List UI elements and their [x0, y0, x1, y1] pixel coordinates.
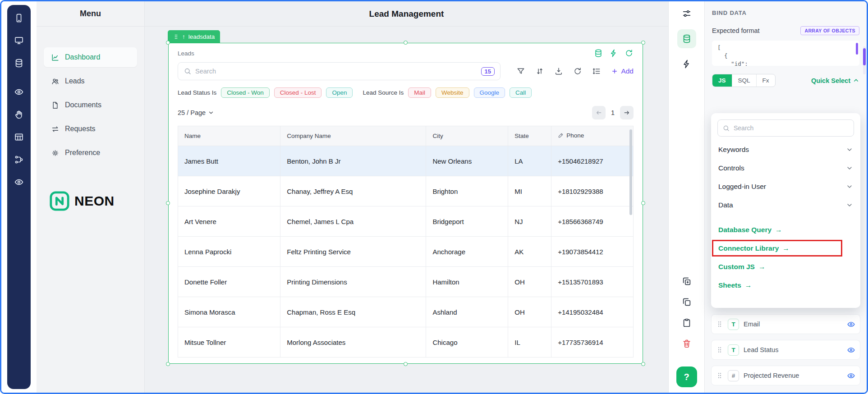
- table-cell: New Orleans: [426, 146, 508, 176]
- events-icon[interactable]: [682, 59, 692, 69]
- column-header-phone[interactable]: Phone: [551, 126, 634, 146]
- sidebar-item-dashboard[interactable]: Dashboard: [44, 47, 137, 67]
- download-icon[interactable]: [554, 67, 563, 76]
- filter-chip-closed-lost[interactable]: Closed - Lost: [274, 87, 322, 98]
- preview-eye-icon[interactable]: [14, 177, 24, 187]
- code-scrollbar[interactable]: [856, 43, 858, 55]
- column-header-name[interactable]: Name: [178, 126, 280, 146]
- bind-data-icon[interactable]: [677, 29, 696, 48]
- sidebar-item-preference[interactable]: Preference: [44, 143, 137, 163]
- field-email[interactable]: TEmail: [711, 314, 860, 334]
- help-button[interactable]: ?: [676, 367, 697, 387]
- drag-handle-icon[interactable]: [716, 372, 723, 379]
- tab-fx[interactable]: Fx: [756, 74, 775, 87]
- filter-chip-website[interactable]: Website: [436, 87, 469, 98]
- table-toolbar: 15 Add: [178, 62, 634, 80]
- link-connector-library[interactable]: Connector Library→: [717, 239, 854, 257]
- eye-icon[interactable]: [847, 346, 855, 354]
- resize-handle[interactable]: [641, 362, 645, 366]
- pencil-icon: [558, 132, 564, 140]
- search-box: 15: [178, 62, 501, 80]
- column-header-state[interactable]: State: [508, 126, 551, 146]
- drag-handle-icon[interactable]: [716, 321, 723, 328]
- resize-handle[interactable]: [641, 41, 645, 45]
- filter-chip-open[interactable]: Open: [326, 87, 353, 98]
- row-height-icon[interactable]: [592, 67, 601, 76]
- pagination-row: 25 / Page 1: [178, 106, 634, 119]
- leads-table-widget[interactable]: ↑ leadsdata Leads: [168, 43, 643, 364]
- next-page-button[interactable]: [620, 106, 634, 119]
- duplicate-icon[interactable]: [682, 297, 692, 307]
- gesture-icon[interactable]: [14, 110, 24, 119]
- clipboard-icon[interactable]: [682, 318, 692, 328]
- eye-icon[interactable]: [847, 371, 855, 380]
- resize-handle[interactable]: [166, 362, 170, 366]
- table-row[interactable]: James ButtBenton, John B JrNew OrleansLA…: [178, 146, 634, 176]
- panel-scrollbar-thumb[interactable]: [863, 48, 866, 65]
- sidebar-item-requests[interactable]: Requests: [44, 119, 137, 139]
- link-database-query[interactable]: Database Query→: [717, 220, 854, 239]
- table-row[interactable]: Art VenereChemel, James L CpaBridgeportN…: [178, 206, 634, 237]
- quick-select-group-logged-in-user[interactable]: Logged-in User: [717, 177, 854, 196]
- reload-icon[interactable]: [573, 67, 582, 76]
- sidebar-item-documents[interactable]: Documents: [44, 95, 137, 115]
- group-label: Controls: [718, 164, 744, 172]
- left-dock: [7, 5, 31, 389]
- link-custom-js[interactable]: Custom JS→: [717, 257, 854, 276]
- quick-select-button[interactable]: Quick Select: [811, 77, 859, 84]
- duplicate-add-icon[interactable]: [682, 276, 692, 286]
- tab-sql[interactable]: SQL: [732, 74, 756, 87]
- database-icon[interactable]: [14, 58, 24, 68]
- filter-chip-google[interactable]: Google: [474, 87, 505, 98]
- resize-handle[interactable]: [404, 41, 408, 45]
- table-row[interactable]: Simona MorascaChapman, Ross E EsqAshland…: [178, 297, 634, 327]
- filter-chip-closed-won[interactable]: Closed - Won: [221, 87, 270, 98]
- widget-tag[interactable]: ↑ leadsdata: [168, 30, 220, 43]
- table-icon[interactable]: [14, 132, 24, 142]
- search-icon: [184, 67, 192, 75]
- filter-chip-call[interactable]: Call: [510, 87, 532, 98]
- field-lead-status[interactable]: TLead Status: [711, 340, 860, 360]
- filter-chip-mail[interactable]: Mail: [408, 87, 431, 98]
- resize-handle[interactable]: [641, 201, 645, 205]
- tab-js[interactable]: JS: [712, 74, 732, 87]
- link-sheets[interactable]: Sheets→: [717, 276, 854, 294]
- table-row[interactable]: Lenna PaprockiFeltz Printing ServiceAnch…: [178, 237, 634, 267]
- table-cell: +19073854412: [551, 237, 634, 267]
- prev-page-button[interactable]: [592, 106, 606, 119]
- table-cell: IL: [508, 327, 551, 357]
- sidebar-item-leads[interactable]: Leads: [44, 71, 137, 91]
- field-projected-revenue[interactable]: #Projected Revenue: [711, 366, 860, 385]
- filter-icon[interactable]: [516, 67, 525, 76]
- tool-strip-bottom: ?: [676, 276, 697, 387]
- table-row[interactable]: Josephine DarakjyChanay, Jeffrey A EsqBr…: [178, 176, 634, 206]
- refresh-icon[interactable]: [625, 49, 634, 58]
- column-header-company-name[interactable]: Company Name: [280, 126, 426, 146]
- column-header-city[interactable]: City: [426, 126, 508, 146]
- quick-select-group-keywords[interactable]: Keywords: [717, 140, 854, 159]
- trash-icon[interactable]: [682, 339, 692, 348]
- eye-icon[interactable]: [847, 320, 855, 329]
- data-source-icon[interactable]: [594, 49, 603, 58]
- table-row[interactable]: Mitsue TollnerMorlong AssociatesChicagoI…: [178, 327, 634, 357]
- search-input[interactable]: [195, 68, 478, 75]
- resize-handle[interactable]: [166, 201, 170, 205]
- table-row[interactable]: Donette FollerPrinting DimensionsHamilto…: [178, 267, 634, 297]
- tune-icon[interactable]: [682, 9, 692, 18]
- workflow-icon[interactable]: [14, 155, 24, 165]
- resize-handle[interactable]: [404, 362, 408, 366]
- quick-select-group-controls[interactable]: Controls: [717, 159, 854, 177]
- sort-icon[interactable]: [535, 67, 544, 76]
- resize-handle[interactable]: [166, 41, 170, 45]
- quick-select-group-data[interactable]: Data: [717, 196, 854, 214]
- table-scrollbar[interactable]: [629, 129, 632, 215]
- devices-icon[interactable]: [14, 36, 24, 46]
- drag-handle-icon[interactable]: [716, 346, 723, 353]
- quick-select-groups: KeywordsControlsLogged-in UserData: [717, 140, 854, 214]
- popover-search-input[interactable]: [734, 124, 849, 132]
- views-icon[interactable]: [14, 87, 24, 97]
- mobile-icon[interactable]: [14, 13, 24, 23]
- add-button[interactable]: Add: [611, 67, 634, 75]
- events-bolt-icon[interactable]: [609, 49, 618, 58]
- page-size-select[interactable]: 25 / Page: [178, 109, 214, 116]
